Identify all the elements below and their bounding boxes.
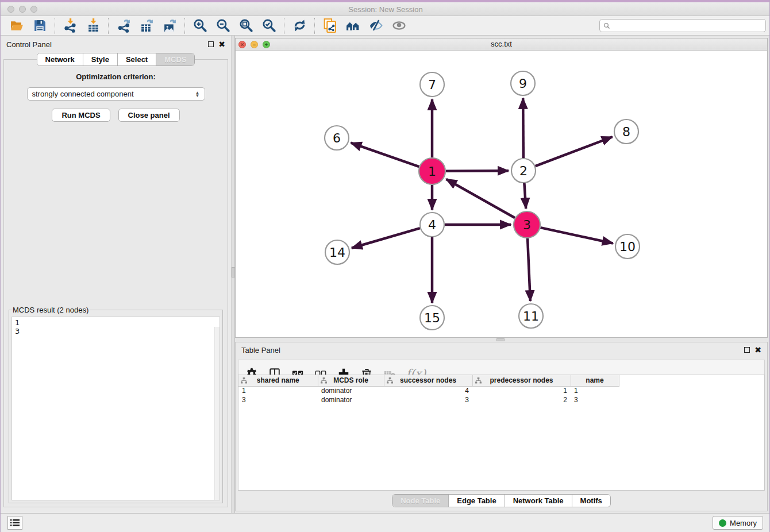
graph-node-15[interactable]: 15 <box>420 306 444 330</box>
horizontal-splitter-grip[interactable] <box>496 338 505 341</box>
table-header-row[interactable]: shared name MCDS role successor nodes pr… <box>238 375 619 386</box>
tab-network[interactable]: Network <box>37 53 83 65</box>
cell-mcds-role[interactable]: dominator <box>318 386 384 395</box>
criterion-dropdown[interactable]: strongly connected component ▲▼ <box>27 87 205 101</box>
export-table-icon[interactable] <box>137 17 156 34</box>
toolbar-separator <box>184 18 185 34</box>
close-panel-button[interactable]: Close panel <box>118 109 180 122</box>
tab-motifs[interactable]: Motifs <box>572 495 610 507</box>
mcds-panel: Optimization criterion: strongly connect… <box>3 59 228 507</box>
network-from-document-icon[interactable] <box>320 17 340 34</box>
node-table[interactable]: shared name MCDS role successor nodes pr… <box>238 375 765 491</box>
control-panel-float-icon[interactable] <box>208 41 214 47</box>
zoom-selected-icon[interactable] <box>259 17 279 34</box>
network-window-close-button[interactable]: ✕ <box>238 41 246 48</box>
edge-4-14[interactable] <box>352 228 420 248</box>
table-row[interactable]: 1 dominator 4 1 1 <box>238 386 619 395</box>
column-header-successor-nodes[interactable]: successor nodes <box>384 375 472 386</box>
edge-2-9[interactable] <box>523 98 523 158</box>
cell-predecessor-nodes[interactable]: 2 <box>472 395 571 404</box>
column-header-predecessor-nodes[interactable]: predecessor nodes <box>472 375 571 386</box>
import-table-icon[interactable] <box>83 17 103 34</box>
edge-2-3[interactable] <box>524 183 526 209</box>
run-mcds-button[interactable]: Run MCDS <box>52 109 110 122</box>
network-canvas[interactable]: 7968124314101511 <box>236 51 767 337</box>
tab-select[interactable]: Select <box>118 53 156 65</box>
cell-name[interactable]: 3 <box>571 395 619 404</box>
tab-edge-table[interactable]: Edge Table <box>449 495 505 507</box>
cell-successor-nodes[interactable]: 3 <box>384 395 472 404</box>
cell-shared-name[interactable]: 3 <box>238 395 318 404</box>
table-panel-float-icon[interactable] <box>744 347 750 353</box>
network-graph[interactable]: 7968124314101511 <box>236 51 767 337</box>
svg-text:9: 9 <box>519 76 527 91</box>
export-network-icon[interactable] <box>114 17 133 34</box>
import-network-icon[interactable] <box>60 17 80 34</box>
cell-successor-nodes[interactable]: 4 <box>384 386 472 395</box>
cell-name[interactable]: 1 <box>571 386 619 395</box>
graph-node-7[interactable]: 7 <box>420 72 444 97</box>
graph-node-9[interactable]: 9 <box>511 71 535 95</box>
tab-style[interactable]: Style <box>83 53 118 65</box>
network-window-maximize-button[interactable]: + <box>263 41 270 48</box>
status-bar: Memory <box>1 513 770 532</box>
result-scrollbar[interactable] <box>214 327 220 500</box>
task-history-button[interactable] <box>7 516 22 530</box>
horizontal-splitter[interactable] <box>235 338 768 342</box>
tab-mcds[interactable]: MCDS <box>156 53 194 65</box>
cell-mcds-role[interactable]: dominator <box>318 395 384 404</box>
search-field[interactable] <box>599 19 766 32</box>
graph-node-10[interactable]: 10 <box>615 234 640 259</box>
graph-node-2[interactable]: 2 <box>511 159 536 183</box>
graph-node-6[interactable]: 6 <box>325 126 349 150</box>
network-window-titlebar[interactable]: ✕ − + scc.txt <box>236 38 767 51</box>
table-panel-title: Table Panel <box>241 346 280 354</box>
open-file-icon[interactable] <box>7 17 26 34</box>
zoom-out-icon[interactable] <box>213 17 233 34</box>
tab-network-table[interactable]: Network Table <box>505 495 572 507</box>
export-image-icon[interactable] <box>160 17 179 34</box>
window-title: Session: New Session <box>1 5 770 14</box>
vertical-splitter[interactable] <box>231 36 235 513</box>
column-header-mcds-role[interactable]: MCDS role <box>318 375 384 386</box>
graph-node-11[interactable]: 11 <box>519 304 543 328</box>
memory-label: Memory <box>730 519 757 527</box>
svg-text:3: 3 <box>523 218 531 232</box>
edge-3-1[interactable] <box>446 179 515 218</box>
control-panel-close-icon[interactable]: ✖ <box>218 41 225 47</box>
memory-button[interactable]: Memory <box>713 516 763 530</box>
show-hide-panel-eye-icon[interactable] <box>389 17 409 34</box>
svg-text:1: 1 <box>428 164 436 179</box>
zoom-in-icon[interactable] <box>190 17 210 34</box>
zoom-fit-icon[interactable] <box>236 17 256 34</box>
edge-1-2[interactable] <box>446 171 509 171</box>
home-icon[interactable] <box>343 17 363 34</box>
network-window-minimize-button[interactable]: − <box>251 41 258 48</box>
graph-node-3[interactable]: 3 <box>514 211 540 238</box>
column-header-shared-name[interactable]: shared name <box>238 375 318 386</box>
graph-node-14[interactable]: 14 <box>325 240 349 264</box>
criterion-dropdown-value: strongly connected component <box>32 90 195 98</box>
edge-2-8[interactable] <box>536 137 613 166</box>
toggle-graphics-details-icon[interactable] <box>366 17 386 34</box>
toolbar-separator <box>284 18 284 34</box>
edge-1-6[interactable] <box>351 143 419 167</box>
graph-node-8[interactable]: 8 <box>614 119 638 144</box>
save-session-icon[interactable] <box>30 17 49 34</box>
column-header-name[interactable]: name <box>571 375 619 386</box>
graph-node-4[interactable]: 4 <box>420 213 444 237</box>
cell-predecessor-nodes[interactable]: 1 <box>472 386 571 395</box>
search-input[interactable] <box>613 22 762 30</box>
control-panel-tabs: Network Style Select MCDS <box>37 53 195 66</box>
edge-3-11[interactable] <box>528 238 530 301</box>
svg-text:2: 2 <box>519 164 528 178</box>
cell-shared-name[interactable]: 1 <box>238 386 318 395</box>
edge-3-10[interactable] <box>540 228 613 243</box>
graph-node-1[interactable]: 1 <box>419 158 445 184</box>
mcds-result-text[interactable]: 1 3 <box>11 317 220 500</box>
apply-layout-icon[interactable] <box>290 17 309 34</box>
table-row[interactable]: 3 dominator 3 2 3 <box>238 395 619 404</box>
main-toolbar <box>1 16 770 36</box>
tab-node-table[interactable]: Node Table <box>392 495 449 507</box>
table-panel-close-icon[interactable]: ✖ <box>754 347 761 353</box>
